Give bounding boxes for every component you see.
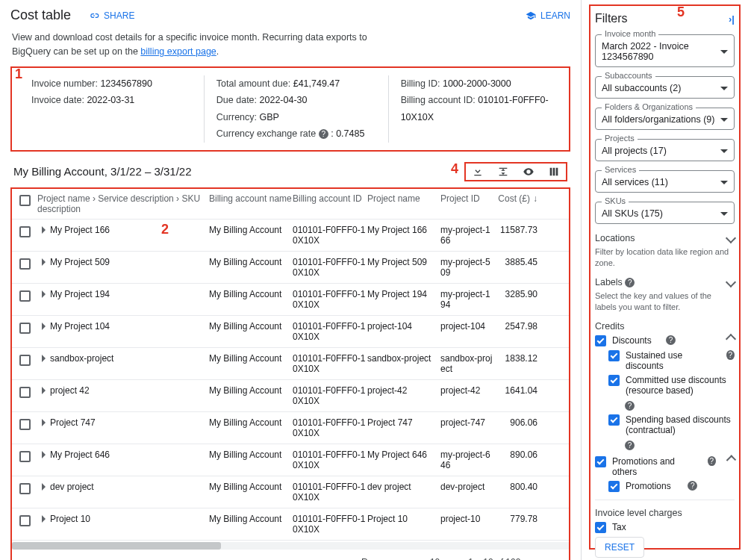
filters-panel: 5 Filters ›| Invoice month March 2022 - … — [589, 4, 741, 550]
row-checkbox[interactable] — [19, 290, 31, 302]
help-icon[interactable]: ? — [688, 481, 697, 491]
expand-row-icon[interactable] — [42, 355, 46, 362]
table-row[interactable]: My Project 194My Billing Account010101-F… — [12, 284, 569, 316]
share-button[interactable]: SHARE — [89, 10, 134, 21]
sbd-checkbox[interactable] — [608, 414, 620, 426]
subaccounts-select[interactable]: Subaccounts All subaccounts (2) — [595, 76, 735, 99]
prev-page-button[interactable]: ‹ — [537, 556, 540, 561]
help-icon[interactable]: ? — [625, 441, 635, 450]
chevron-down-icon — [720, 149, 728, 153]
discounts-checkbox[interactable] — [595, 335, 606, 346]
table-row[interactable]: sandbox-projectMy Billing Account010101-… — [12, 348, 569, 380]
expand-row-icon[interactable] — [42, 419, 46, 426]
row-checkbox[interactable] — [19, 483, 31, 494]
collapse-panel-icon[interactable]: ›| — [729, 13, 735, 25]
expand-row-icon[interactable] — [42, 515, 46, 523]
chevron-down-icon — [720, 181, 728, 184]
download-icon[interactable] — [472, 166, 484, 178]
table-row[interactable]: Project 10My Billing Account010101-F0FFF… — [12, 508, 569, 541]
help-icon[interactable]: ? — [666, 335, 676, 345]
table-row[interactable]: Project 747My Billing Account010101-F0FF… — [12, 412, 569, 444]
billing-export-link[interactable]: billing export page — [140, 46, 216, 57]
table-row[interactable]: project 42My Billing Account010101-F0FFF… — [12, 380, 569, 412]
columns-icon[interactable] — [548, 166, 560, 178]
annotation-1: 1 — [15, 66, 22, 82]
help-icon[interactable]: ? — [319, 129, 328, 139]
help-icon[interactable]: ? — [708, 456, 716, 466]
page-title: Cost table — [10, 7, 71, 23]
chevron-up-icon[interactable] — [726, 334, 736, 344]
account-range-title: My Billing Account, 3/1/22 – 3/31/22 — [13, 165, 191, 178]
row-checkbox[interactable] — [19, 515, 31, 526]
chevron-down-icon — [720, 212, 728, 216]
chevron-down-icon[interactable] — [726, 233, 736, 243]
row-checkbox[interactable] — [19, 226, 31, 237]
table-row[interactable]: My Project 166My Billing Account010101-F… — [12, 220, 569, 252]
cud-checkbox[interactable] — [608, 375, 620, 386]
table-header-row: Project name › Service description › SKU… — [12, 189, 569, 220]
table-row[interactable]: My Project 646My Billing Account010101-F… — [12, 444, 569, 476]
annotation-4: 4 — [451, 161, 458, 177]
chevron-down-icon — [720, 87, 728, 90]
annotation-2: 2 — [161, 222, 169, 237]
invoice-charges-section: Invoice level charges — [595, 508, 682, 518]
next-page-button[interactable]: › — [558, 556, 561, 561]
chevron-down-icon — [720, 118, 728, 122]
help-icon[interactable]: ? — [726, 350, 735, 360]
table-pager: Rows per page: 10 1 – 10 of 102 ‹ › — [12, 550, 569, 561]
rows-per-page-select[interactable]: 10 — [430, 557, 452, 561]
services-select[interactable]: Services All services (11) — [595, 170, 735, 193]
promo-others-checkbox[interactable] — [595, 456, 606, 467]
chevron-down-icon — [720, 50, 728, 54]
row-checkbox[interactable] — [19, 419, 31, 430]
table-row[interactable]: dev projectMy Billing Account010101-F0FF… — [12, 476, 569, 508]
sud-checkbox[interactable] — [608, 350, 620, 361]
expand-row-icon[interactable] — [42, 483, 46, 491]
sort-desc-icon: ↓ — [533, 193, 537, 204]
skus-select[interactable]: SKUs All SKUs (175) — [595, 202, 735, 224]
expand-row-icon[interactable] — [42, 290, 46, 298]
credits-section: Credits — [595, 321, 625, 332]
row-checkbox[interactable] — [19, 355, 31, 366]
reset-button[interactable]: RESET — [595, 537, 644, 558]
horizontal-scrollbar[interactable] — [12, 542, 569, 550]
row-checkbox[interactable] — [19, 387, 31, 398]
promotions-checkbox[interactable] — [608, 481, 620, 492]
collapse-rows-icon[interactable] — [497, 166, 509, 178]
expand-row-icon[interactable] — [42, 323, 46, 330]
help-icon[interactable]: ? — [625, 401, 635, 411]
row-checkbox[interactable] — [19, 451, 31, 462]
select-all-checkbox[interactable] — [19, 195, 31, 206]
help-icon[interactable]: ? — [625, 278, 635, 287]
table-row[interactable]: My Project 509My Billing Account010101-F… — [12, 252, 569, 284]
row-checkbox[interactable] — [19, 323, 31, 334]
folders-select[interactable]: Folders & Organizations All folders/orga… — [595, 108, 735, 130]
cost-table: 2 Project name › Service description › S… — [10, 187, 570, 561]
page-description: View and download cost details for a spe… — [6, 31, 575, 66]
learn-button[interactable]: LEARN — [526, 10, 570, 21]
visibility-icon[interactable] — [523, 166, 534, 178]
expand-row-icon[interactable] — [42, 387, 46, 394]
expand-row-icon[interactable] — [42, 451, 46, 458]
locations-section[interactable]: Locations — [595, 233, 635, 243]
table-toolbar: 4 — [464, 162, 567, 181]
projects-select[interactable]: Projects All projects (17) — [595, 139, 735, 161]
tax-checkbox[interactable] — [595, 522, 606, 533]
learn-icon — [526, 10, 536, 21]
expand-row-icon[interactable] — [42, 226, 46, 234]
chevron-up-icon[interactable] — [726, 455, 736, 464]
filters-title: Filters — [595, 12, 628, 25]
chevron-down-icon[interactable] — [726, 277, 736, 287]
invoice-summary-card: 1 Invoice number: 1234567890 Invoice dat… — [10, 66, 570, 152]
annotation-5: 5 — [677, 4, 685, 20]
link-icon — [89, 10, 99, 21]
row-checkbox[interactable] — [19, 258, 31, 270]
table-row[interactable]: My Project 104My Billing Account010101-F… — [12, 316, 569, 348]
labels-section[interactable]: Labels — [595, 277, 623, 287]
invoice-month-select[interactable]: Invoice month March 2022 - Invoice 12345… — [595, 34, 735, 67]
expand-row-icon[interactable] — [42, 258, 46, 266]
